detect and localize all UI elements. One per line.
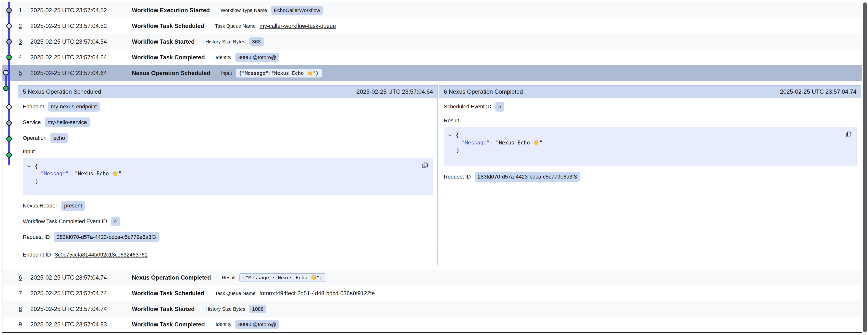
event-timestamp: 2025-02-25 UTC 23:57:04.54 bbox=[30, 38, 132, 45]
field-label: Endpoint ID bbox=[23, 252, 51, 258]
event-detail-label: Identity bbox=[216, 322, 231, 327]
copy-icon bbox=[845, 131, 852, 138]
task-queue-link[interactable]: totoro:f494fecf-2d51-4d48-bdcd-036a0f912… bbox=[259, 290, 375, 297]
json-key: "Message" bbox=[462, 140, 490, 146]
field-endpoint-id: Endpoint ID 3c0c75ccfa8144b092c13ce63246… bbox=[23, 250, 148, 260]
field-endpoint: Endpoint my-nexus-endpoint bbox=[23, 102, 100, 112]
event-timestamp: 2025-02-25 UTC 23:57:04.64 bbox=[30, 69, 132, 77]
timeline-dot bbox=[6, 55, 12, 60]
event-row-5-selected[interactable]: 5 2025-02-25 UTC 23:57:04.64 Nexus Opera… bbox=[2, 65, 862, 81]
event-name: Nexus Operation Scheduled bbox=[132, 69, 210, 77]
endpoint-id-link[interactable]: 3c0c75ccfa8144b092c13ce632463761 bbox=[55, 252, 148, 258]
json-key: "Message" bbox=[41, 171, 69, 176]
event-detail-value: 363 bbox=[249, 37, 264, 46]
field-value-badge: present bbox=[61, 201, 85, 211]
copy-button[interactable] bbox=[421, 162, 429, 169]
event-name: Workflow Task Scheduled bbox=[132, 23, 204, 29]
timeline-dot bbox=[3, 70, 8, 75]
event-row-9[interactable]: 9 2025-02-25 UTC 23:57:04.83 Workflow Ta… bbox=[2, 317, 862, 332]
json-value: "Nexus Echo 👋" bbox=[75, 171, 122, 176]
result-label: Result bbox=[444, 117, 459, 124]
event-detail-panel-nexus-scheduled: 5 Nexus Operation Scheduled 2025-02-25 U… bbox=[18, 85, 438, 265]
table-top-border bbox=[2, 2, 862, 2]
json-open-brace: { bbox=[456, 132, 459, 139]
event-name: Workflow Task Completed bbox=[132, 321, 205, 328]
event-name: Workflow Task Completed bbox=[132, 54, 205, 61]
timeline-dot bbox=[3, 86, 8, 91]
field-scheduled-event-id: Scheduled Event ID 5 bbox=[444, 102, 504, 112]
timeline-dot bbox=[6, 104, 12, 110]
event-detail-label: Workflow Type Name bbox=[221, 8, 267, 13]
panel-timestamp: 2025-02-25 UTC 23:57:04.64 bbox=[356, 88, 433, 95]
chevron-down-icon[interactable] bbox=[27, 165, 32, 167]
field-request-id: Request ID 283fd070-d57a-4423-bdca-c5c77… bbox=[444, 172, 580, 182]
event-id-link[interactable]: 9 bbox=[19, 321, 30, 328]
json-open-brace: { bbox=[35, 163, 38, 170]
scrollbar-track[interactable] bbox=[862, 0, 868, 335]
field-service: Service my-hello-service bbox=[23, 117, 90, 128]
event-id-link[interactable]: 5 bbox=[19, 69, 30, 77]
input-label: Input bbox=[23, 148, 35, 155]
field-value-badge: 4 bbox=[111, 217, 120, 226]
workflow-event-history: 1 2025-02-25 UTC 23:57:04.52 Workflow Ex… bbox=[0, 0, 868, 335]
task-queue-link[interactable]: my-caller-workflow-task-queue bbox=[259, 23, 336, 29]
panel-body: Endpoint my-nexus-endpoint Service my-he… bbox=[19, 98, 437, 266]
event-timestamp: 2025-02-25 UTC 23:57:04.52 bbox=[30, 7, 132, 14]
event-timestamp: 2025-02-25 UTC 23:57:04.74 bbox=[30, 274, 132, 281]
event-id-link[interactable]: 7 bbox=[19, 290, 30, 297]
event-id-link[interactable]: 3 bbox=[19, 38, 30, 45]
timeline-dot bbox=[6, 136, 12, 141]
timeline-dot bbox=[6, 23, 12, 29]
copy-icon bbox=[421, 162, 429, 169]
event-detail-value: EchoCallerWorkflow bbox=[271, 6, 323, 15]
event-detail-label: Identity bbox=[216, 55, 231, 60]
timeline-dot bbox=[6, 8, 12, 13]
field-workflow-task-completed-event-id: Workflow Task Completed Event ID 4 bbox=[23, 216, 120, 227]
event-id-link[interactable]: 8 bbox=[19, 306, 30, 312]
event-row-7[interactable]: 7 2025-02-25 UTC 23:57:04.74 Workflow Ta… bbox=[2, 285, 862, 301]
field-value-badge: 283fd070-d57a-4423-bdca-c5c779e6a3f3 bbox=[54, 232, 159, 242]
event-timestamp: 2025-02-25 UTC 23:57:04.74 bbox=[30, 290, 132, 297]
event-row-1[interactable]: 1 2025-02-25 UTC 23:57:04.52 Workflow Ex… bbox=[2, 2, 862, 18]
field-value-badge: my-nexus-endpoint bbox=[48, 102, 100, 112]
field-label: Endpoint bbox=[23, 104, 44, 110]
event-row-8[interactable]: 8 2025-02-25 UTC 23:57:04.74 Workflow Ta… bbox=[2, 301, 862, 317]
scrollbar-thumb[interactable] bbox=[863, 2, 867, 332]
panel-header: 5 Nexus Operation Scheduled 2025-02-25 U… bbox=[19, 86, 437, 98]
panel-title: 5 Nexus Operation Scheduled bbox=[23, 88, 101, 95]
event-name: Workflow Task Scheduled bbox=[132, 290, 204, 297]
copy-button[interactable] bbox=[844, 131, 852, 139]
field-nexus-header: Nexus Header present bbox=[23, 201, 85, 211]
json-viewer-input: { "Message": "Nexus Echo 👋" } bbox=[23, 158, 433, 195]
timeline-dot bbox=[6, 152, 12, 158]
event-detail-panel-nexus-completed: 6 Nexus Operation Completed 2025-02-25 U… bbox=[439, 85, 861, 244]
event-id-link[interactable]: 6 bbox=[19, 274, 30, 281]
panel-title: 6 Nexus Operation Completed bbox=[444, 88, 523, 95]
field-label: Request ID bbox=[23, 234, 50, 240]
panel-header: 6 Nexus Operation Completed 2025-02-25 U… bbox=[439, 86, 861, 98]
event-row-6[interactable]: 6 2025-02-25 UTC 23:57:04.74 Nexus Opera… bbox=[2, 270, 862, 285]
event-name: Workflow Execution Started bbox=[132, 7, 210, 14]
json-viewer-result: { "Message": "Nexus Echo 👋" } bbox=[444, 127, 857, 166]
event-row-3[interactable]: 3 2025-02-25 UTC 23:57:04.54 Workflow Ta… bbox=[2, 34, 862, 50]
field-label: Service bbox=[23, 119, 41, 125]
field-value-badge: 283fd070-d57a-4423-bdca-c5c779e6a3f3 bbox=[475, 172, 580, 182]
event-id-link[interactable]: 1 bbox=[19, 7, 30, 14]
field-label: Nexus Header bbox=[23, 202, 57, 209]
event-row-2[interactable]: 2 2025-02-25 UTC 23:57:04.52 Workflow Ta… bbox=[2, 18, 862, 34]
event-detail-value: {"Message":"Nexus Echo 👋"} bbox=[240, 273, 325, 282]
event-name: Workflow Task Started bbox=[132, 38, 195, 45]
event-detail-value: 1088 bbox=[249, 305, 267, 313]
chevron-down-icon[interactable] bbox=[448, 134, 453, 137]
event-id-link[interactable]: 2 bbox=[19, 23, 30, 29]
event-timestamp: 2025-02-25 UTC 23:57:04.83 bbox=[30, 321, 132, 328]
panel-body: Scheduled Event ID 5 Result { "Message":… bbox=[439, 98, 861, 187]
json-value: "Nexus Echo 👋" bbox=[496, 140, 542, 146]
panel-timestamp: 2025-02-25 UTC 23:57:04.74 bbox=[780, 88, 857, 95]
event-id-link[interactable]: 4 bbox=[19, 54, 30, 61]
timeline-dot bbox=[6, 39, 12, 45]
event-detail-label: Task Queue Name bbox=[215, 290, 256, 296]
field-label: Request ID bbox=[444, 174, 471, 180]
event-row-4[interactable]: 4 2025-02-25 UTC 23:57:04.64 Workflow Ta… bbox=[2, 50, 862, 65]
event-detail-label: Task Queue Name bbox=[215, 23, 256, 29]
